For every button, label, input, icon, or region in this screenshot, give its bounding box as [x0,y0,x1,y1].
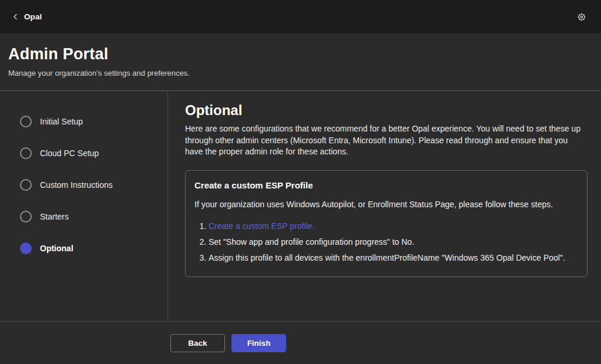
section-heading: Optional [185,102,587,119]
app-name: Opal [24,12,42,21]
step-circle-icon [20,147,32,159]
sidebar-item-starters[interactable]: Starters [0,201,167,232]
sidebar-item-label: Custom Instructions [40,180,113,190]
section-description: Here are some configurations that we rec… [185,123,587,158]
sidebar-item-label: Cloud PC Setup [40,149,99,158]
step-circle-icon [20,211,32,223]
main-panel: Optional Here are some configurations th… [168,91,601,321]
step-circle-active-icon [20,242,32,254]
list-item: Create a custom ESP profile. [209,220,575,232]
card-subtitle: If your organization uses Windows Autopi… [194,198,575,210]
esp-profile-card: Create a custom ESP Profile If your orga… [185,170,587,277]
page-title: Admin Portal [8,45,593,63]
sidebar-item-cloud-pc-setup[interactable]: Cloud PC Setup [0,137,167,169]
sidebar-item-label: Optional [40,244,73,253]
step-circle-icon [20,179,32,191]
settings-button[interactable] [574,9,589,25]
list-item: Assign this profile to all devices with … [209,252,575,264]
back-nav[interactable]: Opal [12,12,42,21]
card-title: Create a custom ESP Profile [194,180,575,191]
step-circle-icon [20,116,32,127]
sidebar-item-custom-instructions[interactable]: Custom Instructions [0,169,167,201]
body: Initial Setup Cloud PC Setup Custom Inst… [0,91,601,321]
sidebar-item-label: Starters [40,212,69,221]
page-header: Admin Portal Manage your organization's … [0,33,601,91]
create-esp-profile-link[interactable]: Create a custom ESP profile. [209,221,314,231]
back-button[interactable]: Back [170,334,225,352]
sidebar-item-optional[interactable]: Optional [0,232,167,264]
footer: Back Finish [0,321,601,364]
esp-steps-list: Create a custom ESP profile. Set "Show a… [194,220,575,264]
gear-icon [576,12,587,22]
finish-button[interactable]: Finish [231,334,286,352]
topbar: Opal [0,0,601,33]
page-subtitle: Manage your organization's settings and … [8,69,593,77]
sidebar-item-label: Initial Setup [40,117,83,126]
setup-steps-sidebar: Initial Setup Cloud PC Setup Custom Inst… [0,91,168,321]
list-item: Set "Show app and profile configuration … [209,236,575,248]
sidebar-item-initial-setup[interactable]: Initial Setup [0,106,167,137]
chevron-left-icon [12,13,19,21]
